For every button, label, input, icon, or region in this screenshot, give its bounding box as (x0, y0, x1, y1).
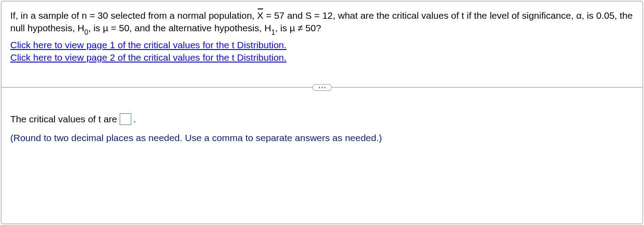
question-part-4: , is µ ≠ 50? (275, 23, 321, 33)
answer-section: The critical values of t are . (Round to… (10, 112, 634, 145)
question-container: If, in a sample of n = 30 selected from … (1, 1, 643, 224)
h1-subscript: 1 (271, 29, 275, 36)
answer-prefix: The critical values of t are (10, 112, 117, 126)
ellipsis-icon (319, 87, 326, 88)
answer-suffix: . (133, 112, 136, 126)
question-text: If, in a sample of n = 30 selected from … (10, 9, 634, 36)
expand-collapse-button[interactable] (312, 84, 332, 91)
answer-instruction: (Round to two decimal places as needed. … (10, 131, 634, 145)
section-divider (1, 87, 643, 88)
question-part-3: , is µ = 50, and the alternative hypothe… (88, 23, 272, 33)
h0-subscript: 0 (84, 29, 88, 36)
link-t-distribution-page-2[interactable]: Click here to view page 2 of the critica… (10, 51, 287, 64)
critical-values-input[interactable] (120, 113, 131, 125)
link-t-distribution-page-1[interactable]: Click here to view page 1 of the critica… (10, 39, 287, 51)
x-bar-symbol: X (257, 9, 263, 22)
answer-prompt-line: The critical values of t are . (10, 112, 634, 126)
question-part-1: If, in a sample of n = 30 selected from … (10, 10, 257, 21)
